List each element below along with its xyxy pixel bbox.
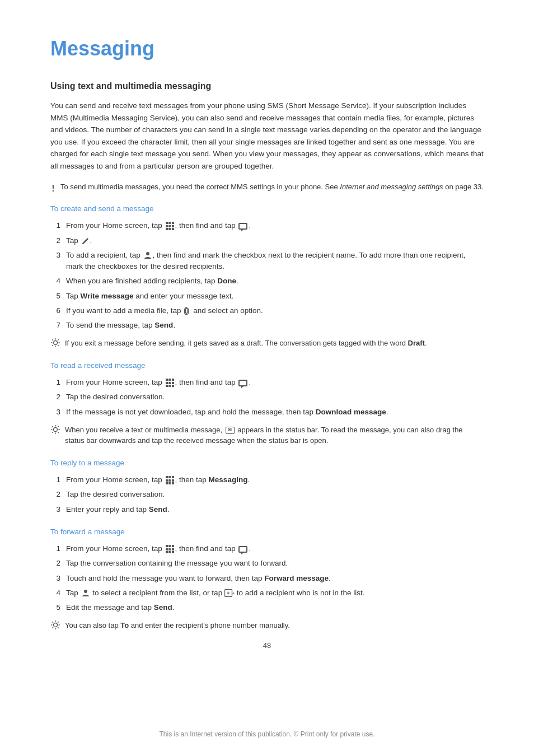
exclamation-icon: ! xyxy=(50,182,56,192)
page: Messaging Using text and multimedia mess… xyxy=(0,0,534,756)
forward-tip-text: You can also tap To and enter the recipi… xyxy=(65,620,290,631)
svg-line-32 xyxy=(52,627,53,628)
list-item: 3 If the message is not yet downloaded, … xyxy=(50,407,484,418)
draft-tip-text: If you exit a message before sending, it… xyxy=(65,338,427,349)
list-item: 3 Enter your reply and tap Send. xyxy=(50,504,484,515)
list-item: 1 From your Home screen, tap , then find… xyxy=(50,543,484,554)
messaging-icon xyxy=(238,223,247,230)
person-icon-fwd xyxy=(82,589,90,597)
list-item: 1 From your Home screen, tap , then tap … xyxy=(50,474,484,486)
grid-icon-2 xyxy=(166,379,174,387)
svg-line-6 xyxy=(52,340,53,341)
svg-point-0 xyxy=(146,252,149,255)
subsection-title-create: To create and send a message xyxy=(50,203,484,214)
grid-icon xyxy=(166,222,174,230)
list-item: 3 To add a recipient, tap , then find an… xyxy=(50,250,484,273)
page-number: 48 xyxy=(50,640,484,651)
list-item: 2 Tap the desired conversation. xyxy=(50,489,484,500)
list-item: 2 Tap the desired conversation. xyxy=(50,391,484,403)
svg-point-10 xyxy=(54,427,58,431)
list-item: 5 Edit the message and tap Send. xyxy=(50,602,484,613)
tip-icon-3 xyxy=(50,620,60,630)
list-item: 4 When you are finished adding recipient… xyxy=(50,276,484,287)
subsection-title-forward: To forward a message xyxy=(50,526,484,538)
svg-line-30 xyxy=(58,627,59,628)
steps-create: 1 From your Home screen, tap , then find… xyxy=(50,220,484,331)
list-item: 5 Tap Write message and enter your messa… xyxy=(50,291,484,302)
svg-point-19 xyxy=(84,590,87,593)
list-item: 7 To send the message, tap Send. xyxy=(50,320,484,331)
attach-icon xyxy=(183,307,191,315)
intro-paragraph: You can send and receive text messages f… xyxy=(50,100,484,172)
page-title: Messaging xyxy=(50,34,484,64)
page-footer: This is an Internet version of this publ… xyxy=(0,729,534,739)
messaging-icon-2 xyxy=(238,380,247,386)
svg-line-17 xyxy=(58,426,59,427)
grid-icon-3 xyxy=(166,476,174,484)
svg-line-31 xyxy=(58,622,59,623)
list-item: 3 Touch and hold the message you want to… xyxy=(50,573,484,584)
svg-line-29 xyxy=(52,622,53,623)
tip-icon-2 xyxy=(50,424,60,435)
steps-read: 1 From your Home screen, tap , then find… xyxy=(50,377,484,418)
mms-note-row: ! To send multimedia messages, you need … xyxy=(50,181,484,193)
intro-text: You can send and receive text messages f… xyxy=(50,101,484,170)
steps-forward: 1 From your Home screen, tap , then find… xyxy=(50,543,484,613)
subsection-title-read: To read a received message xyxy=(50,360,484,371)
footer-text: This is an Internet version of this publ… xyxy=(159,730,374,738)
tip-icon xyxy=(50,338,60,348)
person-add-icon: + xyxy=(224,589,235,597)
svg-point-24 xyxy=(54,623,58,627)
steps-reply: 1 From your Home screen, tap , then tap … xyxy=(50,474,484,515)
list-item: 1 From your Home screen, tap , then find… xyxy=(50,220,484,231)
grid-icon-4 xyxy=(166,545,174,553)
list-item: 2 Tap . xyxy=(50,235,484,246)
draft-tip-row: If you exit a message before sending, it… xyxy=(50,338,484,349)
mms-note-text: To send multimedia messages, you need th… xyxy=(60,181,484,193)
svg-line-18 xyxy=(52,432,53,433)
svg-text:+: + xyxy=(232,591,235,596)
list-item: 1 From your Home screen, tap , then find… xyxy=(50,377,484,388)
messaging-icon-4 xyxy=(238,546,247,553)
svg-line-8 xyxy=(58,340,59,341)
svg-line-7 xyxy=(58,345,59,346)
read-tip-text: When you receive a text or multimedia me… xyxy=(65,424,484,446)
svg-line-9 xyxy=(52,345,53,346)
person-icon xyxy=(144,251,152,259)
list-item: 4 Tap to select a recipient from the lis… xyxy=(50,587,484,599)
read-tip-row: When you receive a text or multimedia me… xyxy=(50,424,484,446)
svg-point-1 xyxy=(54,341,58,345)
sms-notify-icon: ✉ xyxy=(226,427,235,434)
forward-tip-row: You can also tap To and enter the recipi… xyxy=(50,620,484,631)
subsection-title-reply: To reply to a message xyxy=(50,458,484,469)
section-heading: Using text and multimedia messaging xyxy=(50,80,484,93)
list-item: 6 If you want to add a media file, tap a… xyxy=(50,305,484,316)
svg-line-16 xyxy=(58,432,59,433)
svg-line-15 xyxy=(52,426,53,427)
list-item: 2 Tap the conversation containing the me… xyxy=(50,558,484,569)
pencil-icon xyxy=(82,237,89,245)
